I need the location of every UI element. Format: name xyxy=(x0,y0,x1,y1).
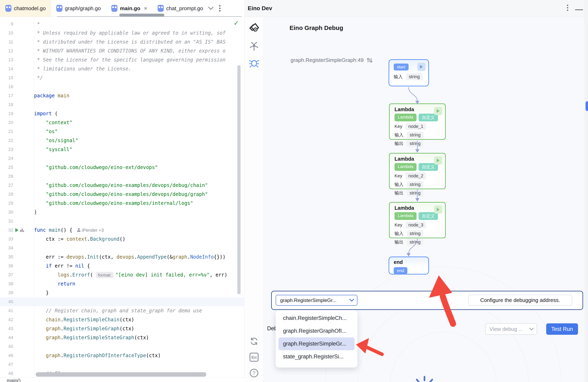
code-line[interactable]: 21 "os" xyxy=(0,127,245,136)
tab-overflow-button[interactable] xyxy=(206,0,215,17)
code-line[interactable]: 42 chain.RegisterSimpleChain(ctx) xyxy=(0,315,245,324)
debug-bug-icon[interactable] xyxy=(249,58,259,68)
panel-icon-strip: En ? xyxy=(245,17,263,382)
code-line[interactable]: 18 xyxy=(0,100,245,109)
code-line[interactable]: 29 "github.com/cloudwego/eino-examples/i… xyxy=(0,199,245,208)
code-line[interactable]: 16 xyxy=(0,82,245,91)
view-debug-select[interactable]: View debug ... xyxy=(485,323,537,335)
code-line[interactable]: 35 err := devops.Init(ctx, devops.Append… xyxy=(0,252,245,262)
dropdown-option[interactable]: graph.RegisterSimpleGr... xyxy=(278,337,355,350)
code-line[interactable]: 46 graph.RegisterGraphOfInterfaceType(ct… xyxy=(0,351,245,360)
code-line[interactable]: 10 * Unless required by applicable law o… xyxy=(0,29,245,38)
node-title: Lambda xyxy=(395,156,440,162)
editor-tab-chatmodel-go[interactable]: chatmodel.go xyxy=(0,0,51,17)
graph-network-icon[interactable] xyxy=(249,41,259,51)
breadcrumb[interactable]: main() xyxy=(0,378,245,382)
code-line[interactable]: 47 xyxy=(0,360,245,369)
code-line[interactable]: 23 "syscall" xyxy=(0,145,245,154)
graph-target-dropdown: chain.RegisterSimpleCh...graph.RegisterG… xyxy=(276,310,357,367)
run-icon[interactable] xyxy=(15,228,19,232)
gutter-icons xyxy=(13,163,34,172)
sort-icon[interactable] xyxy=(367,57,373,63)
gutter-icons xyxy=(13,351,34,360)
code-line[interactable]: 38 return xyxy=(0,279,245,288)
code-line[interactable]: 13 * See the License for the specific la… xyxy=(0,55,245,64)
node-play-icon[interactable] xyxy=(434,156,442,165)
graph-target-select[interactable]: graph.RegisterSimpleGr... xyxy=(276,295,357,306)
view-debug-select-value: View debug ... xyxy=(489,326,529,332)
dropdown-option[interactable]: graph.RegisterGraphOfI... xyxy=(278,325,355,337)
code-text: "github.com/cloudwego/eino-examples/devo… xyxy=(34,190,208,199)
graph-node-lambda-3[interactable]: LambdaLambda自定义Keynode_3输入string输出string xyxy=(389,202,446,238)
code-line[interactable]: 32func main() {IPender +3 xyxy=(0,226,245,235)
code-line[interactable]: 33 ctx := context.Background() xyxy=(0,235,245,244)
node-play-icon[interactable] xyxy=(434,107,442,115)
tab-menu-button[interactable] xyxy=(215,0,224,17)
graph-node-lambda-2[interactable]: LambdaLambda自定义Keynode_2输入string输出string xyxy=(389,153,446,189)
test-run-button[interactable]: Test Run xyxy=(546,323,578,335)
node-play-icon[interactable] xyxy=(434,206,442,214)
code-line[interactable]: 31 xyxy=(0,217,245,226)
code-line[interactable]: 44 graph.RegisterSimpleStateGraph(ctx) xyxy=(0,333,245,342)
code-line[interactable]: 15 */ xyxy=(0,73,245,82)
code-line[interactable]: 11 * distributed under the License is di… xyxy=(0,38,245,46)
language-en-icon[interactable]: En xyxy=(249,352,259,363)
editor-tab-graph-graph-go[interactable]: graph/graph.go xyxy=(51,0,106,17)
code-line[interactable]: 36 if err != nil { xyxy=(0,262,245,270)
editor-vertical-scrollbar[interactable] xyxy=(237,65,241,294)
code-line[interactable]: 20 "context" xyxy=(0,118,245,127)
help-icon[interactable]: ? xyxy=(249,368,259,378)
panel-header: Eino Dev xyxy=(245,0,585,17)
code-line[interactable]: 24 xyxy=(0,154,245,163)
refresh-icon[interactable] xyxy=(249,336,259,346)
code-line[interactable]: 30) xyxy=(0,208,245,217)
code-text: "github.com/cloudwego/eino-examples/devo… xyxy=(34,181,208,190)
line-number: 36 xyxy=(0,262,13,270)
code-line[interactable]: 43 graph.RegisterSimpleGraph(ctx) xyxy=(0,324,245,333)
configure-debug-address-button[interactable]: Configure the debugging address. xyxy=(468,295,572,306)
editor-horizontal-scrollbar[interactable] xyxy=(36,372,206,377)
code-line[interactable]: 26 xyxy=(0,172,245,181)
graph-location-label[interactable]: graph.RegisterSimpleGraph:49 xyxy=(291,57,363,63)
dropdown-option[interactable]: chain.RegisterSimpleCh... xyxy=(278,312,355,325)
line-number: 18 xyxy=(0,100,13,109)
code-line[interactable]: 27 "github.com/cloudwego/eino-examples/d… xyxy=(0,181,245,190)
code-line[interactable]: 25 "github.com/cloudwego/eino-ext/devops… xyxy=(0,163,245,172)
gutter-icons xyxy=(13,270,34,279)
line-number: 14 xyxy=(0,64,13,73)
go-file-icon xyxy=(5,5,11,12)
code-line[interactable]: 37 logs.Errorf( format:"[eino dev] init … xyxy=(0,270,245,279)
breadcrumb-item[interactable]: main() xyxy=(7,378,21,382)
tabbar-scroll-thumb[interactable] xyxy=(119,14,164,17)
panel-options-button[interactable] xyxy=(562,4,573,13)
code-line[interactable]: 22 "os/signal" xyxy=(0,136,245,145)
inspection-ok-icon[interactable]: ✓ xyxy=(234,19,239,27)
code-line[interactable]: 34 xyxy=(0,244,245,252)
gutter-icons xyxy=(13,64,34,73)
node-play-icon[interactable] xyxy=(417,63,425,71)
node-type-badge: Lambda xyxy=(395,163,417,171)
dropdown-option[interactable]: state_graph.RegisterSi... xyxy=(278,350,355,363)
code-line[interactable]: 19import ( xyxy=(0,109,245,118)
code-line[interactable]: 17package main xyxy=(0,91,245,100)
line-number: 17 xyxy=(0,91,13,100)
code-editor[interactable]: 9 *10 * Unless required by applicable la… xyxy=(0,19,245,378)
close-icon[interactable]: × xyxy=(144,5,147,12)
line-number: 41 xyxy=(0,306,13,315)
graph-node-start[interactable]: start输入string xyxy=(389,59,429,86)
code-line[interactable]: 12 * WITHOUT WARRANTIES OR CONDITIONS OF… xyxy=(0,46,245,55)
code-line[interactable]: 39 } xyxy=(0,288,245,297)
coverage-icon[interactable] xyxy=(20,228,24,232)
code-line[interactable]: 45 xyxy=(0,342,245,351)
right-strip-indicator[interactable] xyxy=(586,101,588,111)
graph-node-end[interactable]: endend xyxy=(389,257,429,274)
code-line[interactable]: 28 "github.com/cloudwego/eino-examples/d… xyxy=(0,190,245,199)
code-line[interactable]: 9 * xyxy=(0,19,245,29)
code-line[interactable]: 14 * limitations under the License. xyxy=(0,64,245,73)
panel-minimize-button[interactable] xyxy=(573,5,585,12)
go-file-icon xyxy=(56,5,63,12)
gutter-icons xyxy=(13,306,34,315)
graph-node-lambda-1[interactable]: LambdaLambda自定义Keynode_1输入string输出string xyxy=(389,103,446,140)
code-line[interactable]: 40 xyxy=(0,297,245,306)
code-line[interactable]: 41 // Register chain, graph and state_gr… xyxy=(0,306,245,315)
